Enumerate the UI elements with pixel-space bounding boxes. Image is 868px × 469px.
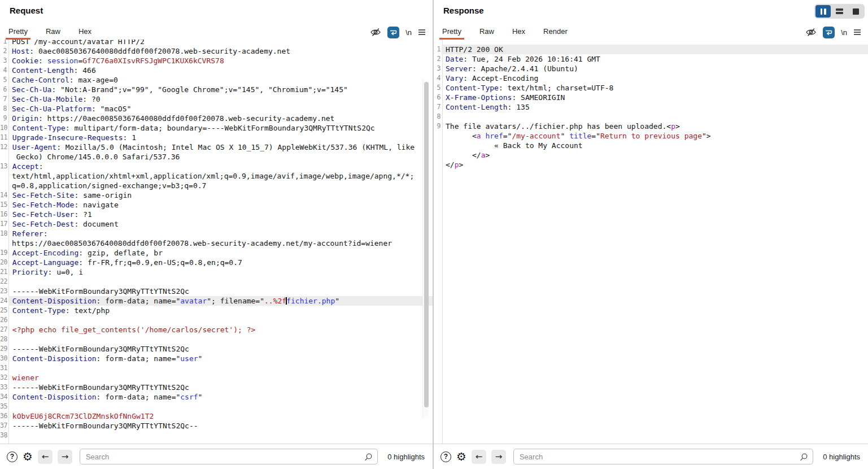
response-search-bar: ? ⚙ ← → 0 highlights: [434, 444, 868, 469]
line-number: [434, 131, 442, 141]
search-icon: [364, 453, 373, 462]
code-row: 1POST /my-account/avatar HTTP/2: [0, 40, 433, 46]
previous-match-button[interactable]: ←: [472, 450, 486, 464]
response-editor[interactable]: 1HTTP/2 200 OK2Date: Tue, 24 Feb 2026 10…: [434, 40, 868, 444]
search-settings-button[interactable]: ⚙: [456, 451, 466, 462]
line-number: 13: [0, 162, 8, 171]
hide-toolbar-button[interactable]: [370, 27, 381, 38]
layout-single-icon: [853, 8, 859, 15]
line-number: 28: [0, 335, 8, 344]
help-button[interactable]: ?: [7, 451, 18, 462]
line-number: 15: [0, 200, 8, 210]
line-number: 23: [0, 286, 8, 296]
code-row: 9Origin: https://0aec00850367640080ddfd0…: [0, 114, 433, 123]
arrow-left-icon: ←: [476, 451, 483, 462]
line-number: 1: [434, 45, 442, 54]
code-row: 37------WebKitFormBoundary3QMRyTTtYTNtS2…: [0, 421, 433, 431]
response-highlights-count: 0 highlights: [823, 453, 860, 461]
word-wrap-toggle-button[interactable]: [823, 27, 835, 38]
layout-rows-button[interactable]: [832, 5, 847, 18]
code-row: 31: [0, 363, 433, 373]
tab-pretty[interactable]: Pretty: [439, 25, 464, 40]
editor-menu-button[interactable]: [853, 29, 861, 36]
tab-raw[interactable]: Raw: [477, 25, 497, 40]
code-row: 32wiener: [0, 373, 433, 383]
code-row: 1HTTP/2 200 OK: [434, 45, 868, 54]
code-row: 17Sec-Fetch-Dest: document: [0, 219, 433, 229]
tab-hex[interactable]: Hex: [509, 25, 528, 40]
code-row: 8: [434, 112, 868, 121]
layout-single-button[interactable]: [848, 5, 863, 18]
response-panel: Response PrettyRawHexRender: [434, 0, 868, 469]
word-wrap-icon: [390, 29, 397, 36]
hamburger-icon: [418, 29, 426, 36]
line-number: 11: [0, 133, 8, 142]
previous-match-button[interactable]: ←: [38, 450, 53, 464]
help-button[interactable]: ?: [440, 451, 451, 462]
tab-render[interactable]: Render: [540, 25, 570, 40]
code-row: 4Vary: Accept-Encoding: [434, 73, 868, 83]
code-row: 35: [0, 402, 433, 411]
newline-toggle[interactable]: \n: [405, 28, 412, 37]
response-search-box: [513, 449, 813, 464]
code-row: q=0.8,application/signed-exchange;v=b3;q…: [0, 181, 433, 190]
code-row: 4Content-Length: 466: [0, 66, 433, 75]
code-row: 3Cookie: session=Gf7C76a0XIsvRFSJgWPC1KU…: [0, 56, 433, 66]
code-row: 2Date: Tue, 24 Feb 2026 10:16:41 GMT: [434, 54, 868, 64]
line-number: [0, 238, 8, 248]
request-tabs: PrettyRawHex: [6, 25, 107, 40]
layout-toggle-group: [814, 4, 865, 19]
gear-icon: ⚙: [456, 450, 466, 463]
next-match-button[interactable]: →: [491, 450, 506, 464]
line-number: 9: [0, 114, 8, 123]
line-number: 24: [0, 296, 8, 306]
response-code: 1HTTP/2 200 OK2Date: Tue, 24 Feb 2026 10…: [434, 45, 868, 170]
code-row: 5Cache-Control: max-age=0: [0, 75, 433, 85]
response-search-input[interactable]: [514, 453, 813, 461]
line-number: [434, 141, 442, 150]
line-number: [0, 181, 8, 190]
line-number: 22: [0, 277, 8, 286]
editor-menu-button[interactable]: [418, 29, 426, 36]
line-number: 5: [0, 75, 8, 85]
arrow-right-icon: →: [495, 451, 503, 462]
line-number: 1: [0, 40, 8, 46]
next-match-button[interactable]: →: [58, 450, 72, 464]
eye-slash-icon: [805, 27, 817, 38]
request-editor[interactable]: 1POST /my-account/avatar HTTP/22Host: 0a…: [0, 40, 433, 444]
tab-raw[interactable]: Raw: [43, 25, 63, 40]
tab-pretty[interactable]: Pretty: [6, 25, 30, 40]
request-tabbar: PrettyRawHex \n: [6, 25, 426, 40]
search-settings-button[interactable]: ⚙: [23, 451, 33, 462]
word-wrap-icon: [825, 29, 832, 36]
code-row: 20Accept-Language: fr-FR,fr;q=0.9,en-US;…: [0, 258, 433, 267]
layout-columns-button[interactable]: [815, 5, 831, 18]
line-number: 25: [0, 306, 8, 315]
newline-toggle[interactable]: \n: [841, 28, 847, 37]
line-number: 6: [0, 85, 8, 94]
line-number: [434, 150, 442, 160]
code-row: 16Sec-Fetch-User: ?1: [0, 210, 433, 219]
response-tabs: PrettyRawHexRender: [439, 25, 583, 40]
tab-hex[interactable]: Hex: [76, 25, 94, 40]
request-scrollbar[interactable]: [422, 80, 429, 418]
code-row: 33------WebKitFormBoundary3QMRyTTtYTNtS2…: [0, 383, 433, 392]
layout-rows-icon: [836, 8, 843, 14]
code-row: 36kObvEU6j8CRcm73ClDZMnskOfNnGw1T2: [0, 411, 433, 421]
line-number: 34: [0, 392, 8, 402]
line-number: 4: [0, 66, 8, 75]
line-number: 18: [0, 229, 8, 238]
line-number: 2: [0, 46, 8, 56]
line-number: 7: [434, 102, 442, 112]
request-panel-title: Request: [10, 6, 43, 15]
code-row: 34Content-Disposition: form-data; name="…: [0, 392, 433, 402]
code-row: 14Sec-Fetch-Site: same-origin: [0, 190, 433, 200]
response-editor-toolbar: \n: [805, 25, 861, 40]
scrollbar-thumb[interactable]: [424, 82, 429, 407]
code-row: 15Sec-Fetch-Mode: navigate: [0, 200, 433, 210]
hide-toolbar-button[interactable]: [805, 27, 817, 38]
request-search-input[interactable]: [80, 453, 377, 461]
layout-columns-icon: [821, 8, 823, 15]
hamburger-icon: [853, 29, 861, 36]
word-wrap-toggle-button[interactable]: [387, 27, 399, 38]
